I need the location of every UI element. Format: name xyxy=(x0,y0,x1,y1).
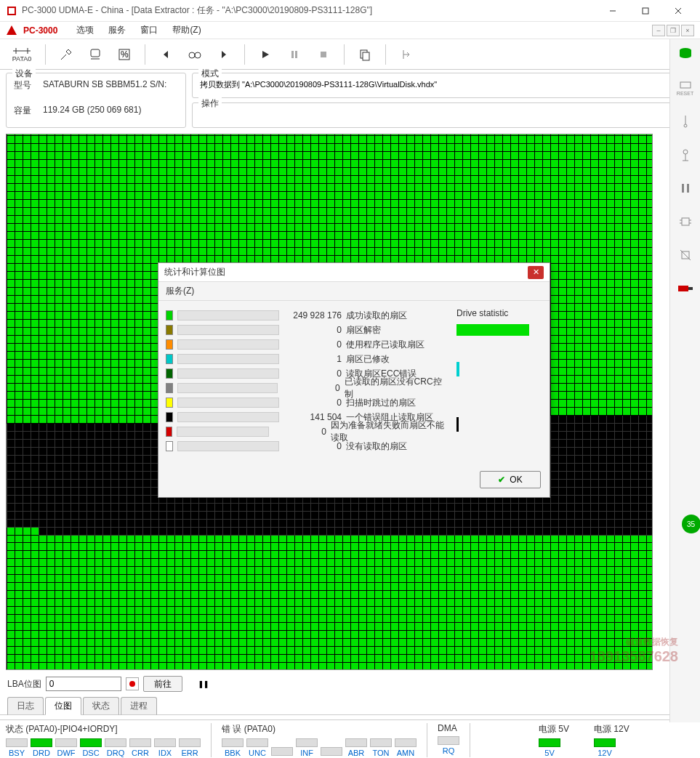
goto-button[interactable]: 前往 xyxy=(143,676,182,692)
power12-group: 电源 12V 12V xyxy=(594,723,629,757)
close-button[interactable] xyxy=(661,0,694,22)
stat-row: 0因为准备就绪失败而扇区不能读取 xyxy=(166,424,449,439)
svg-rect-31 xyxy=(682,218,689,225)
arm-icon[interactable] xyxy=(675,110,696,132)
percent-icon[interactable]: % xyxy=(111,42,137,67)
drive-icon[interactable] xyxy=(675,44,696,65)
dialog-close-button[interactable]: ✕ xyxy=(528,266,544,279)
status-pata-header: 状态 (PATA0)-[PIO4+IORDY] xyxy=(6,723,201,735)
toolbar: PATA0 % xyxy=(0,39,700,70)
pause-side-icon[interactable] xyxy=(675,177,696,199)
binoculars-icon[interactable] xyxy=(182,42,208,67)
window-titlebar: PC-3000 UDMA-E - China - [Data Extractor… xyxy=(0,0,700,22)
led-bsy: BSY xyxy=(6,738,28,757)
stat-value: 249 928 176 xyxy=(283,310,342,320)
goto-end-icon[interactable] xyxy=(211,42,237,67)
reset-icon[interactable]: RESET xyxy=(675,77,696,99)
exit-icon[interactable] xyxy=(393,42,419,67)
chip-icon[interactable] xyxy=(675,211,696,233)
svg-rect-3 xyxy=(643,8,648,14)
led-inf: INF xyxy=(296,738,318,757)
head-icon[interactable] xyxy=(675,144,696,166)
statistics-list: 249 928 176成功读取的扇区0扇区解密0使用程序已读取扇区1扇区已修改0… xyxy=(166,308,449,458)
mdi-controls: – ❐ × xyxy=(652,25,694,36)
svg-rect-1 xyxy=(9,8,15,14)
svg-rect-30 xyxy=(687,184,689,193)
stat-value: 0 xyxy=(283,368,342,379)
led-idx: IDX xyxy=(154,738,176,757)
svg-marker-6 xyxy=(7,25,17,35)
tab-status[interactable]: 状态 xyxy=(83,697,119,715)
dma-header: DMA xyxy=(438,723,459,733)
maximize-button[interactable] xyxy=(629,0,661,22)
lba-input[interactable] xyxy=(46,677,121,691)
color-swatch xyxy=(166,383,173,393)
color-swatch xyxy=(166,441,173,451)
lba-label: LBA位图 xyxy=(7,678,41,690)
stat-label: 成功读取的扇区 xyxy=(346,310,407,322)
stat-row: 0使用程序已读取扇区 xyxy=(166,337,449,352)
errors-pata-header: 错 误 (PATA0) xyxy=(222,723,417,735)
app-icon xyxy=(6,5,17,17)
errors-pata-group: 错 误 (PATA0) BBKUNCINFABRTONAMN xyxy=(222,723,417,757)
status-row: 状态 (PATA0)-[PIO4+IORDY] BSYDRDDWFDSCDRQC… xyxy=(0,719,700,758)
copy-icon[interactable] xyxy=(352,42,378,67)
stat-bar xyxy=(177,398,279,408)
model-label: 型号 xyxy=(14,79,43,92)
stat-row: 249 928 176成功读取的扇区 xyxy=(166,308,449,323)
led-drq: DRQ xyxy=(105,738,126,757)
drive-stat-bar-green xyxy=(456,324,529,336)
info-panel: 设备 型号SATABURN SB SBBM51.2 S/N: 容量119.24 … xyxy=(0,70,700,131)
tab-process[interactable]: 进程 xyxy=(121,697,157,715)
stat-value: 0 xyxy=(273,427,326,437)
color-swatch xyxy=(166,427,172,437)
progress-badge: 35 xyxy=(682,515,701,533)
model-value: SATABURN SB SBBM51.2 S/N: xyxy=(43,79,166,92)
goto-start-icon[interactable] xyxy=(153,42,179,67)
statistics-dialog: 统计和计算位图 ✕ 服务(Z) 249 928 176成功读取的扇区0扇区解密0… xyxy=(158,262,550,498)
pause-indicator[interactable]: ❚❚ xyxy=(198,679,213,689)
stat-bar xyxy=(177,354,279,364)
mdi-close-button[interactable]: × xyxy=(681,25,694,36)
power5-header: 电源 5V xyxy=(539,723,569,735)
menu-window[interactable]: 窗口 xyxy=(134,23,164,38)
dma-group: DMA RQ xyxy=(438,723,459,757)
stop-button[interactable] xyxy=(310,42,337,67)
tab-bitmap[interactable]: 位图 xyxy=(45,697,81,715)
mdi-minimize-button[interactable]: – xyxy=(652,25,665,36)
svg-rect-17 xyxy=(291,51,294,58)
mode-fieldset: 模式 拷贝数据到 "A:\PC3000\20190809-PS3111-128G… xyxy=(192,73,694,98)
record-indicator[interactable] xyxy=(126,677,139,690)
chip2-icon[interactable] xyxy=(675,244,696,266)
pause-button[interactable] xyxy=(281,42,307,67)
led-abr: ABR xyxy=(345,738,367,757)
menu-options[interactable]: 选项 xyxy=(71,23,100,38)
stat-label: 没有读取的扇区 xyxy=(346,440,407,453)
play-button[interactable] xyxy=(252,42,278,67)
device-icon[interactable] xyxy=(82,42,108,67)
menubar: PC-3000 选项 服务 窗口 帮助(Z) – ❐ × xyxy=(0,22,700,39)
svg-rect-18 xyxy=(295,51,297,58)
led-ton: TON xyxy=(370,738,392,757)
dialog-menu-service[interactable]: 服务(Z) xyxy=(158,282,550,301)
tools-icon[interactable] xyxy=(53,42,79,67)
bottom-tabs: 日志 位图 状态 进程 xyxy=(0,696,700,715)
svg-point-15 xyxy=(195,52,201,58)
stat-label: 扫描时跳过的扇区 xyxy=(346,397,416,409)
stat-bar xyxy=(177,310,279,320)
svg-point-14 xyxy=(189,52,195,58)
ok-button[interactable]: ✔ OK xyxy=(480,471,541,488)
stat-bar xyxy=(177,441,279,451)
minimize-button[interactable] xyxy=(596,0,629,22)
stat-value: 0 xyxy=(282,383,339,393)
pata0-button[interactable]: PATA0 xyxy=(6,42,38,67)
color-swatch xyxy=(166,412,173,422)
connector-icon[interactable] xyxy=(675,278,696,299)
mdi-restore-button[interactable]: ❐ xyxy=(667,25,680,36)
capacity-label: 容量 xyxy=(14,105,43,117)
tab-log[interactable]: 日志 xyxy=(7,697,44,715)
menu-help[interactable]: 帮助(Z) xyxy=(166,23,206,38)
drive-stat-tick-black xyxy=(456,417,459,432)
svg-rect-39 xyxy=(688,287,693,290)
menu-service[interactable]: 服务 xyxy=(102,23,132,38)
